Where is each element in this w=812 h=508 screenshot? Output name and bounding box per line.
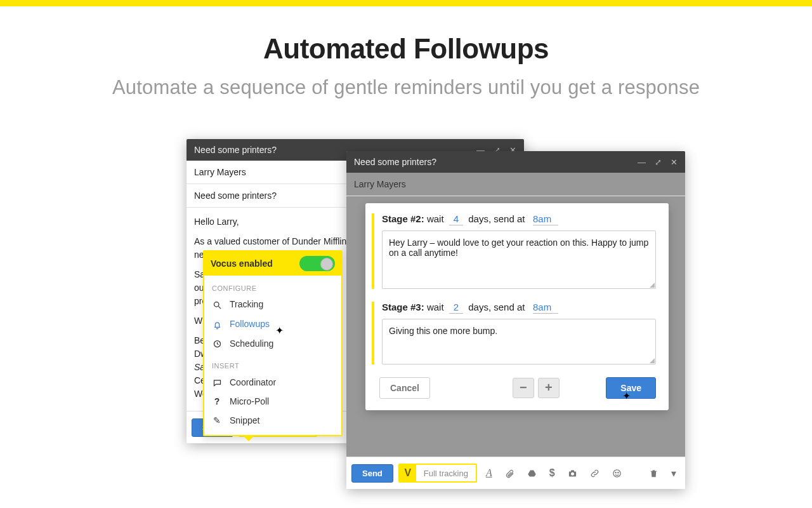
expand-icon[interactable]: ⤢ xyxy=(655,157,662,167)
stage-3-label: Stage #3: xyxy=(382,302,424,312)
remove-stage-button[interactable]: − xyxy=(513,378,534,398)
svg-rect-5 xyxy=(571,471,574,472)
vocus-item-label: Scheduling xyxy=(230,338,273,349)
vocus-enabled-label: Vocus enabled xyxy=(211,258,273,269)
svg-point-6 xyxy=(613,470,620,477)
stage-3-textarea[interactable]: Giving this one more bump. xyxy=(382,319,656,364)
vocus-section-insert: INSERT xyxy=(204,353,341,372)
format-icon[interactable]: A xyxy=(482,467,496,479)
stage-3-days-input[interactable]: 2 xyxy=(449,302,463,314)
emoji-icon[interactable] xyxy=(608,467,625,479)
stage-3: Stage #3: wait 2 days, send at 8am Givin… xyxy=(372,302,656,364)
stage-2-text: Hey Larry – would love to get your react… xyxy=(389,237,648,258)
search-icon xyxy=(212,299,222,310)
stage-3-time-input[interactable]: 8am xyxy=(533,302,558,314)
pencil-icon: ✎ xyxy=(212,415,222,425)
clock-icon xyxy=(212,338,222,349)
page-top-accent xyxy=(0,0,812,6)
stage-2-textarea[interactable]: Hey Larry – would love to get your react… xyxy=(382,231,656,289)
stages-footer: Cancel − + Save xyxy=(372,377,656,399)
vocus-item-label: Tracking xyxy=(230,299,263,309)
resize-handle-icon[interactable] xyxy=(650,283,655,288)
vocus-item-label: Followups xyxy=(230,319,270,329)
vocus-popup-header: Vocus enabled xyxy=(204,251,341,276)
vocus-item-snippet[interactable]: ✎ Snippet xyxy=(204,411,341,430)
stage-2: Stage #2: wait 4 days, send at 8am Hey L… xyxy=(372,213,656,289)
drive-icon[interactable] xyxy=(523,467,540,479)
vocus-pill[interactable]: V Full tracking xyxy=(398,464,477,483)
attach-icon[interactable] xyxy=(501,467,518,479)
send-button[interactable]: Send xyxy=(351,464,393,483)
resize-handle-icon[interactable] xyxy=(650,358,655,363)
question-icon: ? xyxy=(212,396,222,406)
vocus-popup: Vocus enabled CONFIGURE Tracking Followu… xyxy=(203,250,343,436)
svg-point-7 xyxy=(615,472,616,473)
stage-2-header: Stage #2: wait 4 days, send at 8am xyxy=(382,213,656,225)
stage-2-days-input[interactable]: 4 xyxy=(449,213,463,225)
vocus-item-followups[interactable]: Followups xyxy=(204,314,341,334)
vocus-popup-pointer xyxy=(242,435,255,441)
compose-subject-title: Need some printers? xyxy=(194,145,277,155)
compose-subject-title: Need some printers? xyxy=(354,157,436,167)
stage-wait-word: wait xyxy=(427,302,444,312)
chat-icon xyxy=(212,377,222,387)
vocus-pill-label: Full tracking xyxy=(416,469,476,478)
more-icon[interactable]: ▾ xyxy=(667,467,680,479)
vocus-item-tracking[interactable]: Tracking xyxy=(204,295,341,314)
svg-point-4 xyxy=(571,472,574,476)
vocus-item-label: Coordinator xyxy=(230,377,276,387)
svg-point-0 xyxy=(214,302,219,307)
stage-days-word: days, send at xyxy=(468,213,525,224)
compose-titlebar[interactable]: Need some printers? — ⤢ ✕ xyxy=(346,151,685,173)
vocus-item-label: Snippet xyxy=(230,415,259,425)
vocus-toggle[interactable] xyxy=(299,256,335,271)
compose-toolbar: Send V Full tracking A $ ▾ xyxy=(346,457,685,489)
close-icon[interactable]: ✕ xyxy=(671,157,678,167)
stage-wait-word: wait xyxy=(427,213,444,224)
link-icon[interactable] xyxy=(586,467,603,479)
stage-3-header: Stage #3: wait 2 days, send at 8am xyxy=(382,302,656,314)
vocus-item-micropoll[interactable]: ? Micro-Poll xyxy=(204,392,341,411)
trash-icon[interactable] xyxy=(645,467,662,479)
camera-icon[interactable] xyxy=(564,467,581,479)
cancel-button[interactable]: Cancel xyxy=(379,377,430,399)
money-icon[interactable]: $ xyxy=(546,467,559,479)
bell-icon xyxy=(212,319,222,330)
save-button[interactable]: Save xyxy=(606,377,656,399)
vocus-item-coordinator[interactable]: Coordinator xyxy=(204,372,341,392)
stage-2-time-input[interactable]: 8am xyxy=(533,213,558,225)
vocus-section-configure: CONFIGURE xyxy=(204,276,341,295)
page-subtitle: Automate a sequence of gentle reminders … xyxy=(0,76,812,99)
vocus-badge-icon: V xyxy=(400,464,416,482)
page-title: Automated Followups xyxy=(0,33,812,65)
stage-2-label: Stage #2: xyxy=(382,213,424,224)
minimize-icon[interactable]: — xyxy=(638,157,646,167)
to-field[interactable]: Larry Mayers xyxy=(346,173,685,196)
svg-point-8 xyxy=(617,472,618,473)
add-stage-button[interactable]: + xyxy=(538,378,560,398)
followup-stages-panel: Stage #2: wait 4 days, send at 8am Hey L… xyxy=(365,203,669,410)
vocus-item-label: Micro-Poll xyxy=(230,396,269,406)
stage-3-text: Giving this one more bump. xyxy=(389,326,497,336)
vocus-item-scheduling[interactable]: Scheduling xyxy=(204,334,341,354)
svg-line-1 xyxy=(218,306,221,309)
stage-days-word: days, send at xyxy=(468,302,525,312)
